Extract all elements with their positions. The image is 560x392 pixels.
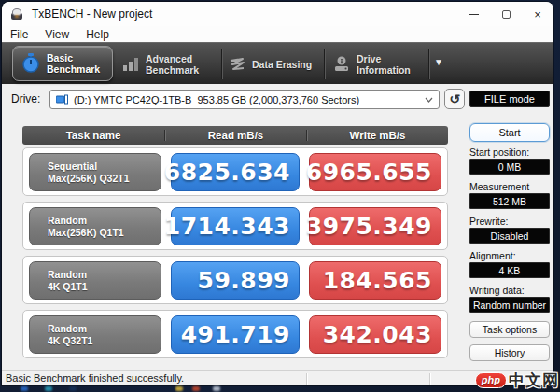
close-button[interactable]: × (522, 2, 553, 26)
tab-label: Benchmark (47, 63, 100, 75)
read-result: 59.899 (171, 261, 300, 300)
task-button-random-max[interactable]: RandomMax(256K) Q1T1 (29, 207, 161, 245)
task-name: Sequential (48, 161, 130, 173)
tab-label: Data Erasing (252, 59, 312, 70)
table-header: Task name Read mB/s Write mB/s (22, 126, 448, 145)
status-separator (429, 373, 430, 385)
close-icon: × (534, 8, 541, 21)
start-button[interactable]: Start (469, 123, 550, 142)
eraser-squiggle-icon (229, 57, 245, 72)
read-result: 1714.343 (171, 207, 300, 245)
tab-label: Basic (47, 52, 100, 63)
task-name: Random (48, 215, 124, 227)
menu-bar: File View Help (2, 26, 553, 42)
tab-advanced-benchmark[interactable]: AdvancedBenchmark (122, 43, 199, 85)
task-button-sequential-max[interactable]: SequentialMax(256K) Q32T1 (29, 153, 161, 191)
column-task-name: Task name (22, 130, 164, 141)
title-bar: TxBENCH - New project × (2, 2, 553, 26)
file-mode-button[interactable]: FILE mode (469, 91, 550, 107)
task-button-random-4k-q1t1[interactable]: Random4K Q1T1 (29, 261, 161, 300)
alignment-label: Alignment: (469, 250, 550, 261)
tab-data-erasing[interactable]: Data Erasing (229, 43, 312, 85)
tab-drive-information[interactable]: DriveInformation (333, 43, 411, 85)
prewrite-label: Prewrite: (469, 216, 550, 227)
tab-label: Information (357, 64, 411, 76)
watermark: php 中文网 (475, 370, 559, 391)
drive-icon (56, 94, 68, 105)
task-name: Random (48, 269, 88, 281)
refresh-drives-button[interactable]: ↺ (444, 89, 465, 109)
refresh-icon: ↺ (449, 91, 460, 106)
tab-separator (324, 49, 325, 79)
maximize-button[interactable] (490, 2, 522, 26)
ribbon-expand-arrow[interactable]: ▼ (434, 57, 443, 67)
tab-separator (221, 49, 222, 79)
bar-chart-icon (122, 57, 139, 72)
task-name: Max(256K) Q32T1 (48, 173, 130, 185)
minimize-button[interactable] (458, 2, 490, 26)
tab-label: Advanced (146, 53, 199, 64)
write-result: 342.043 (309, 315, 441, 354)
drive-info-icon (333, 56, 350, 73)
app-icon (10, 7, 23, 21)
drive-combobox[interactable]: (D:) YMTC PC42Q-1TB-B 953.85 GB (2,000,3… (49, 90, 440, 109)
task-name: Max(256K) Q1T1 (48, 227, 124, 239)
tab-label: Benchmark (146, 64, 199, 76)
history-button[interactable]: History (469, 344, 550, 361)
watermark-text: 中文网 (509, 370, 559, 391)
writing-data-label: Writing data: (469, 285, 550, 296)
write-result: 3975.349 (309, 207, 441, 245)
task-name: 4K Q1T1 (48, 281, 88, 293)
tab-ribbon: BasicBenchmark AdvancedBenchmark Data Er… (2, 42, 553, 84)
alignment-value[interactable]: 4 KB (469, 262, 550, 278)
task-button-random-4k-q32t1[interactable]: Random4K Q32T1 (29, 315, 161, 354)
table-row: SequentialMax(256K) Q32T1 6825.634 6965.… (22, 147, 448, 196)
task-name: Random (48, 323, 92, 335)
measurement-size-value[interactable]: 512 MB (469, 193, 550, 209)
drive-selected-text: (D:) YMTC PC42Q-1TB-B 953.85 GB (2,000,3… (74, 94, 421, 105)
window-title: TxBENCH - New project (32, 7, 152, 21)
writing-data-value[interactable]: Random number (469, 297, 550, 313)
status-separator (306, 373, 307, 385)
drive-label: Drive: (11, 92, 40, 105)
table-row: Random4K Q1T1 59.899 184.565 (22, 256, 448, 304)
prewrite-value[interactable]: Disabled (469, 228, 550, 244)
read-result: 491.719 (171, 315, 300, 354)
minimize-icon (469, 14, 479, 15)
read-result: 6825.634 (171, 153, 300, 191)
menu-file[interactable]: File (2, 28, 36, 41)
write-result: 6965.655 (309, 153, 441, 191)
table-row: Random4K Q32T1 491.719 342.043 (22, 310, 448, 358)
tab-basic-benchmark[interactable]: BasicBenchmark (12, 46, 113, 81)
column-read: Read mB/s (164, 130, 306, 141)
menu-view[interactable]: View (36, 28, 77, 41)
maximize-icon (502, 10, 511, 19)
menu-help[interactable]: Help (77, 28, 118, 41)
start-position-label: Start position: (469, 147, 550, 158)
task-options-button[interactable]: Task options (469, 321, 550, 338)
write-result: 184.565 (309, 261, 441, 300)
task-name: 4K Q32T1 (48, 335, 92, 347)
php-badge: php (475, 372, 507, 388)
status-message: Basic Benchmark finished successfully. (2, 372, 184, 384)
tab-separator (428, 49, 429, 79)
stopwatch-icon (21, 53, 40, 74)
tab-label: Drive (357, 53, 411, 64)
chevron-down-icon (425, 97, 433, 103)
start-position-value[interactable]: 0 MB (469, 159, 550, 175)
column-write: Write mB/s (306, 130, 448, 141)
table-row: RandomMax(256K) Q1T1 1714.343 3975.349 (22, 202, 448, 250)
status-bar: Basic Benchmark finished successfully. (2, 370, 553, 385)
app-window: TxBENCH - New project × File View Help B… (2, 2, 553, 385)
